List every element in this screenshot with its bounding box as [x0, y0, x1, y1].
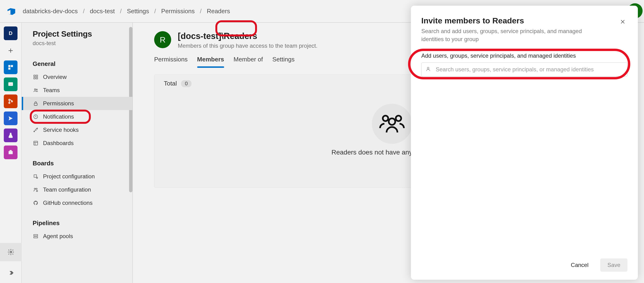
sidebar-item-service-hooks[interactable]: Service hooks — [22, 123, 132, 137]
svg-point-30 — [396, 116, 401, 121]
svg-point-5 — [9, 102, 10, 103]
breadcrumb-separator-icon: / — [154, 7, 156, 15]
rail-overview-icon[interactable] — [4, 60, 18, 74]
sidebar-item-team-config[interactable]: Team configuration — [22, 183, 132, 196]
sidebar-item-label: Service hooks — [43, 127, 79, 133]
sidebar-item-notifications[interactable]: Notifications — [22, 110, 132, 123]
rail-expand-icon[interactable] — [0, 265, 22, 281]
empty-members-icon — [372, 104, 412, 144]
rail-settings-icon[interactable] — [0, 243, 22, 261]
rail-boards-icon[interactable] — [4, 77, 18, 91]
sidebar-item-label: Team configuration — [43, 186, 91, 193]
sidebar-title: Project Settings — [22, 29, 132, 38]
sidebar-item-project-config[interactable]: Project configuration — [22, 170, 132, 183]
section-head-general: General — [22, 57, 132, 70]
breadcrumb: databricks-dev-docs / docs-test / Settin… — [23, 7, 230, 15]
svg-rect-12 — [34, 77, 35, 79]
svg-point-14 — [34, 89, 36, 90]
tab-members[interactable]: Members — [197, 53, 224, 68]
sidebar-item-label: Project configuration — [43, 173, 95, 180]
github-icon — [33, 200, 39, 206]
azure-devops-logo-icon[interactable] — [6, 6, 16, 16]
tab-settings[interactable]: Settings — [272, 53, 294, 68]
svg-rect-13 — [36, 77, 38, 79]
breadcrumb-separator-icon: / — [83, 7, 85, 15]
grid-icon — [33, 74, 39, 80]
sidebar-item-permissions[interactable]: Permissions — [22, 97, 132, 110]
svg-point-29 — [383, 116, 388, 121]
sidebar-subtitle: docs-test — [22, 40, 132, 46]
svg-rect-27 — [34, 237, 38, 238]
svg-rect-8 — [10, 150, 12, 151]
breadcrumb-separator-icon: / — [200, 7, 202, 15]
tab-permissions[interactable]: Permissions — [154, 53, 188, 68]
sidebar-item-label: Dashboards — [43, 140, 74, 146]
rail-add-icon[interactable]: ＋ — [4, 43, 18, 57]
group-title: [docs-test]\Readers — [178, 31, 318, 41]
svg-rect-21 — [34, 175, 37, 177]
sidebar-item-teams[interactable]: Teams — [22, 84, 132, 97]
cancel-button[interactable]: Cancel — [564, 259, 596, 272]
svg-rect-20 — [34, 141, 38, 145]
group-avatar: R — [154, 31, 171, 48]
left-rail: D ＋ — [0, 23, 22, 283]
sidebar-item-label: Overview — [43, 74, 67, 80]
people-icon — [33, 87, 39, 93]
svg-point-24 — [36, 188, 37, 190]
breadcrumb-permissions[interactable]: Permissions — [161, 7, 195, 15]
sidebar-item-overview[interactable]: Overview — [22, 70, 132, 84]
sidebar-item-label: Agent pools — [43, 233, 73, 240]
total-count-badge: 0 — [181, 80, 192, 87]
sidebar-item-label: GitHub connections — [43, 200, 92, 206]
svg-point-9 — [10, 251, 12, 253]
breadcrumb-readers[interactable]: Readers — [207, 7, 230, 15]
sidebar-item-label: Teams — [43, 87, 60, 94]
svg-rect-7 — [8, 151, 12, 154]
sidebar-item-label: Permissions — [43, 100, 74, 107]
search-members-input[interactable] — [421, 62, 628, 76]
breadcrumb-project[interactable]: docs-test — [90, 7, 115, 15]
svg-point-31 — [427, 67, 429, 69]
breadcrumb-separator-icon: / — [120, 7, 122, 15]
lock-icon — [33, 100, 39, 107]
rail-repos-icon[interactable] — [4, 94, 18, 108]
rail-artifacts-icon[interactable] — [4, 146, 18, 159]
sidebar-item-dashboards[interactable]: Dashboards — [22, 137, 132, 150]
project-config-icon — [33, 173, 39, 180]
rail-pipelines-icon[interactable] — [4, 111, 18, 125]
modal-subtitle: Search and add users, groups, service pr… — [421, 27, 596, 43]
team-config-icon — [33, 187, 39, 193]
breadcrumb-org[interactable]: databricks-dev-docs — [23, 7, 78, 15]
rail-project-tile[interactable]: D — [4, 26, 18, 40]
svg-point-22 — [36, 177, 38, 179]
svg-rect-16 — [34, 103, 37, 105]
sidebar-item-agent-pools[interactable]: Agent pools — [22, 230, 132, 243]
svg-point-25 — [36, 190, 38, 192]
svg-rect-26 — [34, 235, 38, 236]
tab-member-of[interactable]: Member of — [234, 53, 263, 68]
svg-point-4 — [9, 99, 10, 100]
svg-rect-3 — [8, 82, 13, 86]
agent-pool-icon — [33, 233, 39, 239]
modal-title: Invite members to Readers — [421, 16, 628, 25]
svg-point-15 — [36, 89, 37, 90]
breadcrumb-settings[interactable]: Settings — [127, 7, 149, 15]
total-label: Total — [164, 80, 177, 87]
field-label: Add users, groups, service principals, a… — [421, 52, 628, 59]
svg-point-6 — [11, 101, 12, 102]
section-head-pipelines: Pipelines — [22, 217, 132, 230]
sidebar-item-label: Notifications — [43, 113, 74, 120]
dashboard-icon — [33, 140, 39, 146]
modal-close-button[interactable] — [618, 17, 628, 26]
invite-members-modal: Invite members to Readers Search and add… — [411, 6, 638, 280]
bell-icon — [33, 114, 39, 120]
save-button[interactable]: Save — [600, 259, 628, 272]
svg-point-19 — [37, 128, 38, 129]
hook-icon — [33, 127, 39, 133]
rail-test-icon[interactable] — [4, 128, 18, 142]
sidebar-item-github[interactable]: GitHub connections — [22, 196, 132, 210]
svg-rect-0 — [8, 65, 10, 67]
svg-point-23 — [34, 188, 36, 190]
svg-rect-11 — [36, 75, 38, 76]
section-head-boards: Boards — [22, 157, 132, 170]
